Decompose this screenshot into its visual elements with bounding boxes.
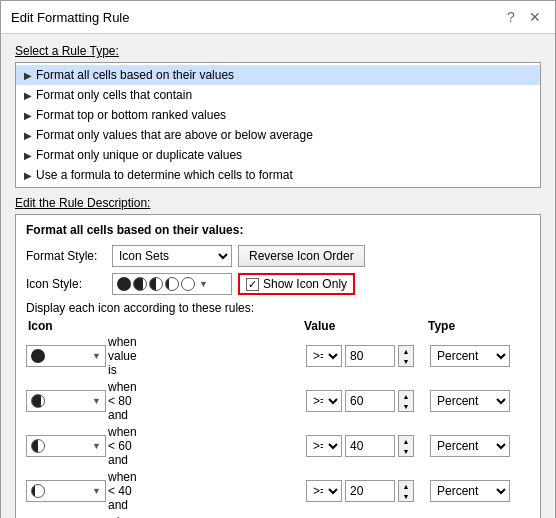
arrow-icon-3: ▶ xyxy=(24,130,32,141)
row0-dropdown-arrow: ▼ xyxy=(92,351,101,361)
icon-row-0-select[interactable]: ▼ xyxy=(26,345,106,367)
icon-cell-1: ▼ when < 80 and xyxy=(26,380,136,422)
row2-spin-down[interactable]: ▼ xyxy=(399,446,413,456)
icon-cell-0: ▼ when value is xyxy=(26,335,136,377)
rule-description-section: Edit the Rule Description: Format all ce… xyxy=(15,196,541,518)
icon-cell-3: ▼ when < 40 and xyxy=(26,470,136,512)
icon-row-2-select[interactable]: ▼ xyxy=(26,435,106,457)
row1-value-group: >= ▲ ▼ xyxy=(306,390,426,412)
row0-spin-down[interactable]: ▼ xyxy=(399,356,413,366)
rule-type-label: Select a Rule Type: xyxy=(15,44,541,58)
row0-spin-up[interactable]: ▲ xyxy=(399,346,413,356)
row2-condition: when < 60 and xyxy=(108,425,137,467)
row2-spin[interactable]: ▲ ▼ xyxy=(398,435,414,457)
row2-value-group: >= ▲ ▼ xyxy=(306,435,426,457)
rule-type-text-5: Use a formula to determine which cells t… xyxy=(36,168,293,182)
circle-1q-icon-row3 xyxy=(31,484,45,498)
row3-value-input[interactable] xyxy=(345,480,395,502)
arrow-icon-2: ▶ xyxy=(24,110,32,121)
show-icon-only-container[interactable]: Show Icon Only xyxy=(238,273,355,295)
rule-description-section-label: Edit the Rule Description: xyxy=(15,196,541,210)
row0-value-group: >= ▲ ▼ xyxy=(306,345,426,367)
row0-condition: when value is xyxy=(108,335,137,377)
rule-description-box: Format all cells based on their values: … xyxy=(15,214,541,518)
row1-type-select[interactable]: Percent xyxy=(430,390,510,412)
row1-spin-up[interactable]: ▲ xyxy=(399,391,413,401)
icon-style-row: Icon Style: ▼ Show Icon Only xyxy=(26,273,530,295)
circle-empty-icon xyxy=(181,277,195,291)
rule-type-item-3[interactable]: ▶ Format only values that are above or b… xyxy=(16,125,540,145)
row1-spin-down[interactable]: ▼ xyxy=(399,401,413,411)
icon-row-3: ▼ when < 40 and >= ▲ ▼ xyxy=(26,470,530,512)
row1-op-select[interactable]: >= xyxy=(306,390,342,412)
circle-1q-icon xyxy=(165,277,179,291)
row3-type-select[interactable]: Percent xyxy=(430,480,510,502)
rule-type-list: ▶ Format all cells based on their values… xyxy=(15,62,541,188)
rule-type-item-5[interactable]: ▶ Use a formula to determine which cells… xyxy=(16,165,540,185)
arrow-icon-5: ▶ xyxy=(24,170,32,181)
icon-circles-preview xyxy=(117,277,195,291)
format-style-select[interactable]: Icon Sets xyxy=(112,245,232,267)
display-rules-label: Display each icon according to these rul… xyxy=(26,301,530,315)
row2-dropdown-arrow: ▼ xyxy=(92,441,101,451)
format-style-row: Format Style: Icon Sets Reverse Icon Ord… xyxy=(26,245,530,267)
icon-row-2: ▼ when < 60 and >= ▲ ▼ xyxy=(26,425,530,467)
rule-type-text-4: Format only unique or duplicate values xyxy=(36,148,242,162)
icon-style-label: Icon Style: xyxy=(26,277,106,291)
icon-row-3-select[interactable]: ▼ xyxy=(26,480,106,502)
circle-full-icon-row0 xyxy=(31,349,45,363)
row1-condition: when < 80 and xyxy=(108,380,137,422)
arrow-icon-4: ▶ xyxy=(24,150,32,161)
circle-half-icon-row2 xyxy=(31,439,45,453)
help-button[interactable]: ? xyxy=(501,7,521,27)
row2-spin-up[interactable]: ▲ xyxy=(399,436,413,446)
icon-cell-2: ▼ when < 60 and xyxy=(26,425,136,467)
circle-half-icon xyxy=(149,277,163,291)
rule-type-text-0: Format all cells based on their values xyxy=(36,68,234,82)
dialog-title: Edit Formatting Rule xyxy=(11,10,130,25)
row3-spin[interactable]: ▲ ▼ xyxy=(398,480,414,502)
icon-row-1: ▼ when < 80 and >= ▲ ▼ xyxy=(26,380,530,422)
show-icon-only-label: Show Icon Only xyxy=(263,277,347,291)
rule-type-item-4[interactable]: ▶ Format only unique or duplicate values xyxy=(16,145,540,165)
row2-type-select[interactable]: Percent xyxy=(430,435,510,457)
row0-op-select[interactable]: >= xyxy=(306,345,342,367)
rule-type-item-1[interactable]: ▶ Format only cells that contain xyxy=(16,85,540,105)
rule-type-item-0[interactable]: ▶ Format all cells based on their values xyxy=(16,65,540,85)
row3-value-group: >= ▲ ▼ xyxy=(306,480,426,502)
row3-op-select[interactable]: >= xyxy=(306,480,342,502)
row1-spin[interactable]: ▲ ▼ xyxy=(398,390,414,412)
col-header-value: Value xyxy=(304,319,424,333)
circle-full-icon xyxy=(117,277,131,291)
circle-3q-icon-row1 xyxy=(31,394,45,408)
arrow-icon-1: ▶ xyxy=(24,90,32,101)
circle-3q-icon xyxy=(133,277,147,291)
show-icon-only-checkbox[interactable] xyxy=(246,278,259,291)
row0-value-input[interactable] xyxy=(345,345,395,367)
table-header: Icon Value Type xyxy=(26,319,530,333)
col-header-condition xyxy=(142,319,300,333)
arrow-icon-0: ▶ xyxy=(24,70,32,81)
title-bar-controls: ? ✕ xyxy=(501,7,545,27)
row3-spin-down[interactable]: ▼ xyxy=(399,491,413,501)
row2-op-select[interactable]: >= xyxy=(306,435,342,457)
row0-spin[interactable]: ▲ ▼ xyxy=(398,345,414,367)
row0-type-select[interactable]: Percent xyxy=(430,345,510,367)
rule-type-item-2[interactable]: ▶ Format top or bottom ranked values xyxy=(16,105,540,125)
col-header-icon: Icon xyxy=(28,319,138,333)
rule-type-section: Select a Rule Type: ▶ Format all cells b… xyxy=(15,44,541,188)
edit-formatting-rule-dialog: Edit Formatting Rule ? ✕ Select a Rule T… xyxy=(0,0,556,518)
icon-style-dropdown-arrow: ▼ xyxy=(199,279,208,289)
row2-value-input[interactable] xyxy=(345,435,395,457)
icon-style-select[interactable]: ▼ xyxy=(112,273,232,295)
title-bar: Edit Formatting Rule ? ✕ xyxy=(1,1,555,34)
reverse-icon-order-button[interactable]: Reverse Icon Order xyxy=(238,245,365,267)
row3-spin-up[interactable]: ▲ xyxy=(399,481,413,491)
row1-value-input[interactable] xyxy=(345,390,395,412)
icon-row-1-select[interactable]: ▼ xyxy=(26,390,106,412)
row3-condition: when < 40 and xyxy=(108,470,137,512)
format-values-label: Format all cells based on their values: xyxy=(26,223,530,237)
rule-type-text-2: Format top or bottom ranked values xyxy=(36,108,226,122)
rule-type-text-3: Format only values that are above or bel… xyxy=(36,128,313,142)
close-button[interactable]: ✕ xyxy=(525,7,545,27)
